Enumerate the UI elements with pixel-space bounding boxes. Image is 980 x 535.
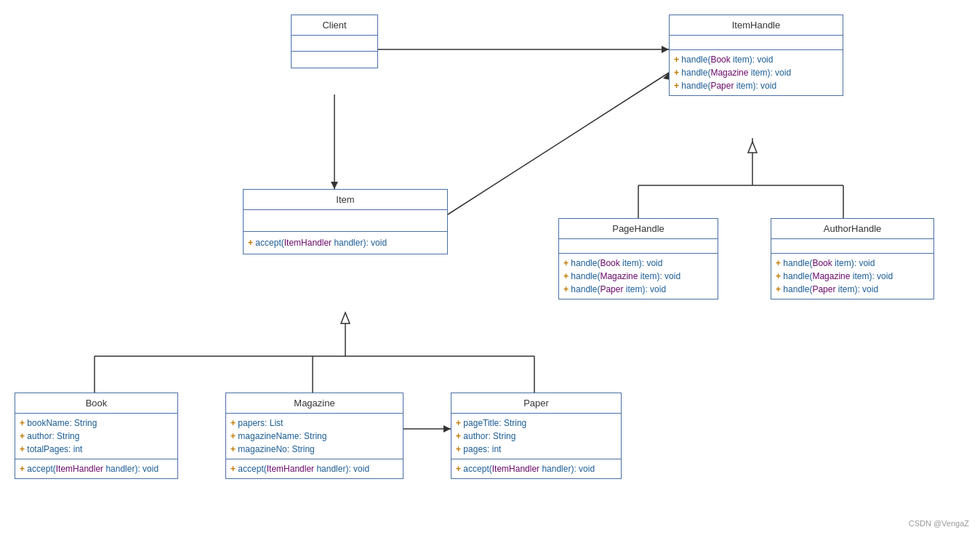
book-attr-2: + author: String xyxy=(20,430,173,443)
book-methods: + accept(ItemHandler handler): void xyxy=(15,459,177,478)
client-class-name: Client xyxy=(292,15,377,36)
authorhandle-method-1: + handle(Book item): void xyxy=(776,257,929,270)
item-section-empty xyxy=(244,210,447,232)
magazine-methods: + accept(ItemHandler handler): void xyxy=(226,459,403,478)
watermark: CSDN @VengaZ xyxy=(909,519,969,528)
magazine-attrs: + papers: List + magazineName: String + … xyxy=(226,414,403,459)
svg-marker-18 xyxy=(443,425,451,433)
book-class: Book + bookName: String + author: String… xyxy=(15,393,178,479)
itemhandle-method-2: + handle(Magazine item): void xyxy=(674,66,838,79)
item-methods: + accept(ItemHandler handler): void xyxy=(244,232,447,254)
svg-marker-3 xyxy=(331,182,338,189)
book-method-1: + accept(ItemHandler handler): void xyxy=(20,462,173,475)
magazine-class: Magazine + papers: List + magazineName: … xyxy=(225,393,403,479)
pagehandle-section-empty xyxy=(559,239,718,254)
item-method-1: + accept(ItemHandler handler): void xyxy=(248,236,443,249)
magazine-attr-1: + papers: List xyxy=(230,417,398,430)
paper-method-1: + accept(ItemHandler handler): void xyxy=(456,462,616,475)
pagehandle-method-1: + handle(Book item): void xyxy=(563,257,713,270)
itemhandle-methods: + handle(Book item): void + handle(Magaz… xyxy=(670,50,843,95)
paper-attr-2: + author: String xyxy=(456,430,616,443)
book-attrs: + bookName: String + author: String + to… xyxy=(15,414,177,459)
paper-attr-1: + pageTitle: String xyxy=(456,417,616,430)
authorhandle-methods: + handle(Book item): void + handle(Magaz… xyxy=(771,254,933,299)
item-class: Item + accept(ItemHandler handler): void xyxy=(243,189,448,254)
svg-marker-1 xyxy=(662,46,669,53)
itemhandle-method-3: + handle(Paper item): void xyxy=(674,79,838,92)
authorhandle-class-name: AuthorHandle xyxy=(771,219,933,239)
magazine-attr-2: + magazineName: String xyxy=(230,430,398,443)
client-class: Client xyxy=(291,15,378,68)
client-section-2 xyxy=(292,52,377,68)
pagehandle-method-3: + handle(Paper item): void xyxy=(563,283,713,296)
paper-attr-3: + pages: int xyxy=(456,443,616,456)
item-class-name: Item xyxy=(244,190,447,210)
book-class-name: Book xyxy=(15,393,177,414)
pagehandle-method-2: + handle(Magazine item): void xyxy=(563,270,713,283)
book-attr-3: + totalPages: int xyxy=(20,443,173,456)
svg-marker-12 xyxy=(341,313,350,323)
magazine-method-1: + accept(ItemHandler handler): void xyxy=(230,462,398,475)
itemhandle-class-name: ItemHandle xyxy=(670,15,843,36)
book-attr-1: + bookName: String xyxy=(20,417,173,430)
itemhandle-method-1: + handle(Book item): void xyxy=(674,53,838,66)
magazine-class-name: Magazine xyxy=(226,393,403,414)
paper-class-name: Paper xyxy=(451,393,621,414)
pagehandle-class-name: PageHandle xyxy=(559,219,718,239)
authorhandle-method-2: + handle(Magazine item): void xyxy=(776,270,929,283)
paper-attrs: + pageTitle: String + author: String + p… xyxy=(451,414,621,459)
authorhandle-method-3: + handle(Paper item): void xyxy=(776,283,929,296)
paper-class: Paper + pageTitle: String + author: Stri… xyxy=(451,393,622,479)
itemhandle-section-empty xyxy=(670,36,843,50)
pagehandle-class: PageHandle + handle(Book item): void + h… xyxy=(558,218,718,299)
authorhandle-class: AuthorHandle + handle(Book item): void +… xyxy=(771,218,934,299)
svg-line-4 xyxy=(448,73,669,214)
authorhandle-section-empty xyxy=(771,239,933,254)
client-section-1 xyxy=(292,36,377,52)
pagehandle-methods: + handle(Book item): void + handle(Magaz… xyxy=(559,254,718,299)
itemhandle-class: ItemHandle + handle(Book item): void + h… xyxy=(669,15,843,96)
svg-marker-10 xyxy=(748,142,757,153)
diagram-container: Client ItemHandle + handle(Book item): v… xyxy=(0,0,980,535)
paper-methods: + accept(ItemHandler handler): void xyxy=(451,459,621,478)
magazine-attr-3: + magazineNo: String xyxy=(230,443,398,456)
